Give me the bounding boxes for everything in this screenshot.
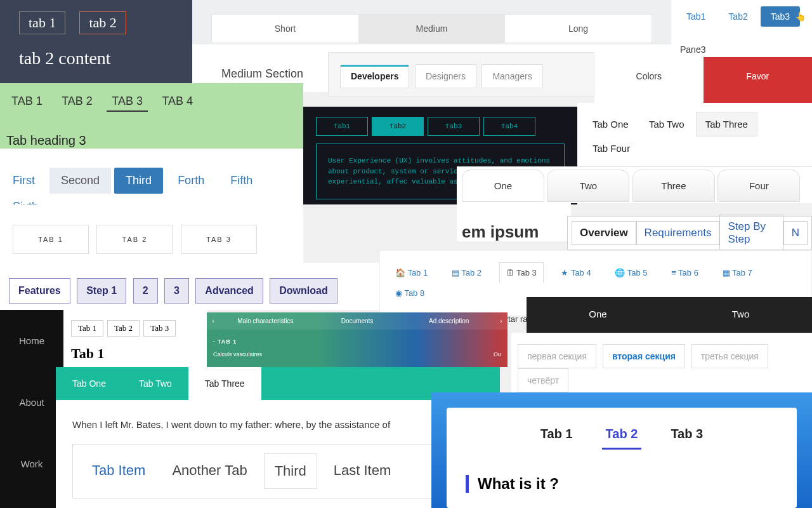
tab-n3[interactable]: 🗓 Tab 3 [499,262,544,283]
tab-a-1[interactable]: tab 1 [19,11,65,34]
tab-q3[interactable]: третья секция [691,344,768,368]
tab-v3[interactable]: Tab 3 [667,423,707,450]
tab-u3[interactable]: Tab Three [188,367,261,400]
u-inner-tabs: Tab Item Another Tab Third Last Item [72,444,483,498]
tab-n2[interactable]: ▤ Tab 2 [445,263,488,283]
panel-colors-favor: Colors Favor [594,57,812,103]
tab-h3[interactable]: Tab Three [696,112,757,137]
tab-ui4[interactable]: Last Item [324,453,401,489]
tab-j-four[interactable]: Four [717,170,800,202]
tab-s1[interactable]: Tab 1 [71,320,103,337]
tab-f2[interactable]: TAB 2 [56,92,98,110]
tab-designers[interactable]: Designers [415,64,476,88]
tab-g2[interactable]: Tab2 [372,117,424,136]
tab-overview[interactable]: Overview [572,221,636,245]
t-row-left: Calculs vasculaires [213,351,262,358]
panel-dark-one-two: One Two [527,297,812,333]
tab-g1[interactable]: Tab1 [316,117,368,136]
tab-n7[interactable]: ▦ Tab 7 [716,263,759,283]
tab-v2[interactable]: Tab 2 [602,423,642,450]
tab-s2[interactable]: Tab 2 [107,320,140,337]
tab-managers[interactable]: Managers [481,64,542,88]
tab-ui1[interactable]: Tab Item [82,453,155,489]
tab-u1[interactable]: Tab One [56,367,122,400]
tab-step3[interactable]: 3 [164,278,189,304]
panel-serif-tabs: Tab 1 Tab 2 Tab 3 Tab 1 [63,310,207,367]
tab-q1[interactable]: первая секция [518,344,596,368]
tab-t2[interactable]: Documents [311,312,403,330]
tab-j-two[interactable]: Two [547,170,629,202]
tab-t3[interactable]: Ad description [403,312,495,330]
tab-a-content: tab 2 content [19,48,173,69]
tab-download[interactable]: Download [270,278,337,304]
tab-g4[interactable]: Tab4 [483,117,535,136]
tab-third[interactable]: Third [114,168,163,194]
tab-q4[interactable]: четвёрт [518,368,568,392]
tab-fifth[interactable]: Fifth [219,168,264,194]
tab-h2[interactable]: Tab Two [640,112,693,136]
tab-d2[interactable]: Tab2 [718,6,757,27]
tab-a-2[interactable]: tab 2 [79,11,126,34]
next-icon[interactable]: › [495,312,508,330]
tab-advanced[interactable]: Advanced [195,278,263,304]
tab-requirements[interactable]: Requirements [636,221,720,245]
tab-first[interactable]: First [1,168,46,194]
panel-russian-sections: первая секция вторая секция третья секци… [511,333,812,396]
tab-ui2[interactable]: Another Tab [162,453,257,489]
tab-colors[interactable]: Colors [594,57,704,103]
tab-short[interactable]: Short [212,15,358,43]
tab-u2[interactable]: Tab Two [122,367,188,400]
tab-medium[interactable]: Medium [358,15,505,43]
tab-step1[interactable]: Step 1 [77,278,126,304]
tab-h4[interactable]: Tab Four [584,137,639,160]
s-heading: Tab 1 [71,345,199,362]
tab-second[interactable]: Second [49,168,111,194]
tab-f3[interactable]: TAB 3 [107,92,148,112]
cursor-icon: 👆 [795,11,806,22]
f-heading: Tab heading 3 [0,121,303,148]
panel-tab-one-four: Tab One Tab Two Tab Three Tab Four Ut en… [577,103,812,166]
panel-round-tabs: One Two Three Four [457,166,812,203]
tab-d3[interactable]: Tab3 [761,6,800,27]
panel-gradient: ‹ Main characteristics Documents Ad desc… [207,312,508,367]
tab-developers[interactable]: Developers [340,65,409,88]
tab-p-two[interactable]: Two [669,297,812,333]
tab-n8[interactable]: ◉ Tab 8 [389,283,431,303]
tab-s3[interactable]: Tab 3 [143,320,176,337]
tab-k3[interactable]: TAB 3 [181,225,257,254]
tab-step2[interactable]: 2 [133,278,158,304]
tab-t1[interactable]: Main characteristics [219,312,311,330]
tab-f1[interactable]: TAB 1 [6,92,48,110]
prev-icon[interactable]: ‹ [207,312,219,330]
tab-d1[interactable]: Tab1 [676,6,716,27]
tab-n1[interactable]: 🏠 Tab 1 [389,263,434,283]
tab-j-one[interactable]: One [462,170,544,202]
nav-home[interactable]: Home [0,310,63,371]
tab-favor[interactable]: Favor [704,57,813,103]
tab-long[interactable]: Long [505,15,652,43]
tab-stepbystep[interactable]: Step By Step [719,215,783,251]
tab-n4[interactable]: ★ Tab 4 [554,263,597,283]
tab-forth[interactable]: Forth [166,168,216,194]
panel-blue-what: Tab 1 Tab 2 Tab 3 What is it ? [431,392,812,508]
tab-h1[interactable]: Tab One [584,112,638,136]
nav-work[interactable]: Work [0,433,63,495]
disc-icon: ◉ [395,288,404,298]
tab-n6[interactable]: ≡ Tab 6 [665,263,705,283]
list-icon: ▤ [452,268,461,277]
panel-roles: Developers Designers Managers [328,52,594,97]
tab-f4[interactable]: TAB 4 [157,92,198,110]
tab-ui3[interactable]: Third [264,453,317,489]
tab-q2[interactable]: вторая секция [603,344,685,368]
tab-k2[interactable]: TAB 2 [96,225,173,254]
tab-p-one[interactable]: One [527,297,669,333]
tab-k1[interactable]: TAB 1 [13,225,89,254]
nav-about[interactable]: About [0,371,63,433]
tab-j-three[interactable]: Three [632,170,715,202]
tab-n5[interactable]: 🌐 Tab 5 [608,263,653,283]
tab-v1[interactable]: Tab 1 [537,423,577,450]
tab-g3[interactable]: Tab3 [428,117,480,136]
panel-ordinal: First Second Third Forth Fifth Sixth [0,149,303,204]
tab-n-cut[interactable]: N [783,221,808,245]
tab-features[interactable]: Features [9,278,70,304]
